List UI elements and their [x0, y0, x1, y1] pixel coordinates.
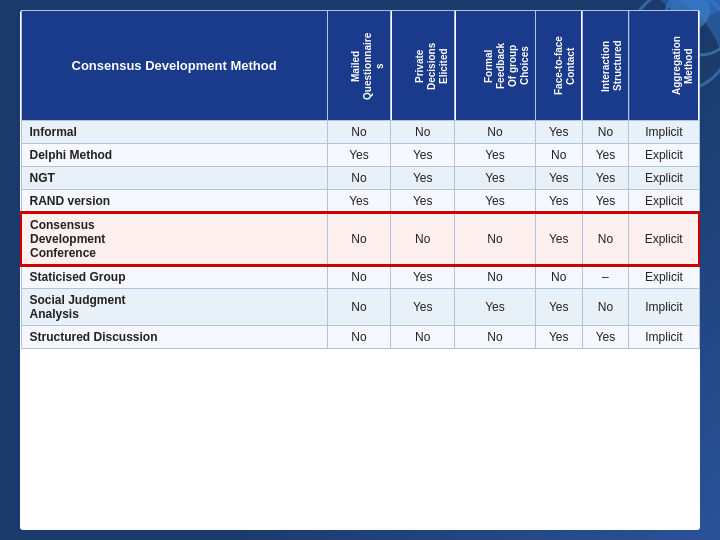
value-cell: Explicit [629, 144, 699, 167]
value-cell: Yes [455, 289, 536, 326]
value-cell: Yes [582, 144, 629, 167]
value-cell: Yes [327, 144, 391, 167]
value-cell: Explicit [629, 265, 699, 289]
value-cell: Yes [535, 326, 582, 349]
value-cell: Explicit [629, 213, 699, 265]
value-cell: No [327, 289, 391, 326]
header-formal: FormalFeedbackOf groupChoices [455, 11, 536, 121]
value-cell: Yes [455, 144, 536, 167]
value-cell: Yes [535, 213, 582, 265]
value-cell: Yes [327, 190, 391, 214]
value-cell: No [535, 265, 582, 289]
value-cell: Explicit [629, 190, 699, 214]
method-name: ConsensusDevelopmentConference [21, 213, 327, 265]
value-cell: No [327, 265, 391, 289]
table-row: Delphi MethodYesYesYesNoYesExplicit [21, 144, 699, 167]
value-cell: Yes [391, 289, 455, 326]
header-interaction: InteractionStructured [582, 11, 629, 121]
value-cell: No [582, 213, 629, 265]
value-cell: Yes [391, 265, 455, 289]
value-cell: Yes [535, 289, 582, 326]
method-name: Delphi Method [21, 144, 327, 167]
value-cell: Yes [455, 190, 536, 214]
value-cell: No [582, 289, 629, 326]
value-cell: No [582, 121, 629, 144]
table-row: ConsensusDevelopmentConferenceNoNoNoYesN… [21, 213, 699, 265]
value-cell: No [391, 326, 455, 349]
value-cell: Yes [582, 167, 629, 190]
value-cell: No [455, 121, 536, 144]
table-row: InformalNoNoNoYesNoImplicit [21, 121, 699, 144]
method-name: Staticised Group [21, 265, 327, 289]
method-name: Structured Discussion [21, 326, 327, 349]
value-cell: Implicit [629, 326, 699, 349]
value-cell: Yes [582, 190, 629, 214]
value-cell: No [391, 213, 455, 265]
value-cell: Implicit [629, 289, 699, 326]
value-cell: Implicit [629, 121, 699, 144]
value-cell: – [582, 265, 629, 289]
value-cell: No [327, 213, 391, 265]
value-cell: Yes [535, 121, 582, 144]
value-cell: Yes [535, 167, 582, 190]
value-cell: No [535, 144, 582, 167]
method-name: Informal [21, 121, 327, 144]
table-row: Social JudgmentAnalysisNoYesYesYesNoImpl… [21, 289, 699, 326]
value-cell: No [455, 213, 536, 265]
header-face: Face-to-faceContact [535, 11, 582, 121]
value-cell: Yes [582, 326, 629, 349]
main-table-container: Consensus Development Method MailedQuest… [20, 10, 700, 530]
table-row: Structured DiscussionNoNoNoYesYesImplici… [21, 326, 699, 349]
value-cell: Yes [391, 167, 455, 190]
value-cell: No [391, 121, 455, 144]
value-cell: Yes [535, 190, 582, 214]
value-cell: Yes [391, 144, 455, 167]
value-cell: No [327, 326, 391, 349]
value-cell: Explicit [629, 167, 699, 190]
value-cell: No [455, 265, 536, 289]
table-row: RAND versionYesYesYesYesYesExplicit [21, 190, 699, 214]
header-mailed: MailedQuestionnaires [327, 11, 391, 121]
consensus-methods-table: Consensus Development Method MailedQuest… [20, 10, 700, 349]
method-name: RAND version [21, 190, 327, 214]
header-private: PrivateDecisionsElicited [391, 11, 455, 121]
table-row: NGTNoYesYesYesYesExplicit [21, 167, 699, 190]
value-cell: Yes [455, 167, 536, 190]
value-cell: Yes [391, 190, 455, 214]
value-cell: No [455, 326, 536, 349]
method-name: Social JudgmentAnalysis [21, 289, 327, 326]
header-method: Consensus Development Method [21, 11, 327, 121]
value-cell: No [327, 121, 391, 144]
header-aggregation: AggregationMethod [629, 11, 699, 121]
table-row: Staticised GroupNoYesNoNo–Explicit [21, 265, 699, 289]
value-cell: No [327, 167, 391, 190]
method-name: NGT [21, 167, 327, 190]
